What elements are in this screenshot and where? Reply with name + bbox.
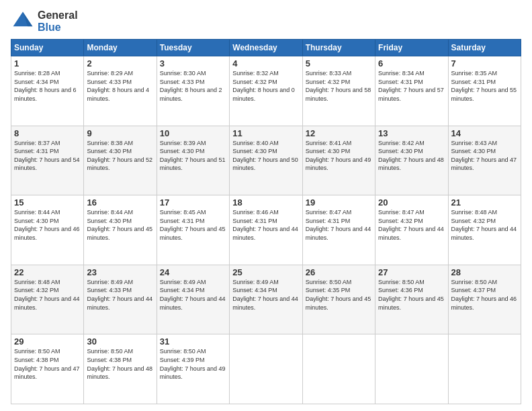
day-cell: 17 Sunrise: 8:45 AM Sunset: 4:31 PM Dayl… bbox=[157, 195, 229, 265]
day-number: 12 bbox=[306, 128, 372, 138]
day-info: Sunrise: 8:30 AM Sunset: 4:33 PM Dayligh… bbox=[160, 69, 226, 103]
week-row-3: 15 Sunrise: 8:44 AM Sunset: 4:30 PM Dayl… bbox=[11, 195, 521, 265]
day-cell: 28 Sunrise: 8:50 AM Sunset: 4:37 PM Dayl… bbox=[448, 265, 521, 334]
day-number: 17 bbox=[160, 197, 226, 208]
day-cell: 9 Sunrise: 8:38 AM Sunset: 4:30 PM Dayli… bbox=[84, 126, 157, 195]
day-number: 22 bbox=[14, 267, 81, 277]
day-info: Sunrise: 8:50 AM Sunset: 4:37 PM Dayligh… bbox=[451, 278, 518, 312]
day-cell: 6 Sunrise: 8:34 AM Sunset: 4:31 PM Dayli… bbox=[375, 56, 448, 126]
day-cell: 10 Sunrise: 8:39 AM Sunset: 4:30 PM Dayl… bbox=[157, 126, 229, 195]
day-number: 31 bbox=[160, 336, 226, 347]
header: General Blue bbox=[11, 9, 521, 34]
day-info: Sunrise: 8:47 AM Sunset: 4:32 PM Dayligh… bbox=[378, 208, 445, 242]
col-header-thursday: Thursday bbox=[302, 40, 375, 56]
day-info: Sunrise: 8:41 AM Sunset: 4:30 PM Dayligh… bbox=[306, 139, 372, 173]
day-info: Sunrise: 8:35 AM Sunset: 4:31 PM Dayligh… bbox=[451, 69, 518, 103]
day-cell: 16 Sunrise: 8:44 AM Sunset: 4:30 PM Dayl… bbox=[84, 195, 157, 265]
day-number: 24 bbox=[160, 267, 226, 277]
day-info: Sunrise: 8:39 AM Sunset: 4:30 PM Dayligh… bbox=[160, 139, 226, 173]
day-number: 20 bbox=[378, 197, 445, 208]
day-info: Sunrise: 8:48 AM Sunset: 4:32 PM Dayligh… bbox=[451, 208, 518, 242]
day-cell: 2 Sunrise: 8:29 AM Sunset: 4:33 PM Dayli… bbox=[84, 56, 157, 126]
day-info: Sunrise: 8:45 AM Sunset: 4:31 PM Dayligh… bbox=[160, 208, 226, 242]
day-cell bbox=[302, 334, 375, 404]
day-info: Sunrise: 8:37 AM Sunset: 4:31 PM Dayligh… bbox=[14, 139, 81, 173]
day-cell: 7 Sunrise: 8:35 AM Sunset: 4:31 PM Dayli… bbox=[448, 56, 521, 126]
day-number: 4 bbox=[232, 58, 299, 68]
day-cell: 24 Sunrise: 8:49 AM Sunset: 4:34 PM Dayl… bbox=[157, 265, 229, 334]
day-info: Sunrise: 8:44 AM Sunset: 4:30 PM Dayligh… bbox=[14, 208, 81, 242]
week-row-2: 8 Sunrise: 8:37 AM Sunset: 4:31 PM Dayli… bbox=[11, 126, 521, 195]
logo-text: General Blue bbox=[38, 9, 78, 33]
day-number: 10 bbox=[160, 128, 226, 138]
col-header-tuesday: Tuesday bbox=[157, 40, 229, 56]
day-cell: 15 Sunrise: 8:44 AM Sunset: 4:30 PM Dayl… bbox=[11, 195, 84, 265]
day-number: 18 bbox=[232, 197, 299, 208]
day-cell: 14 Sunrise: 8:43 AM Sunset: 4:30 PM Dayl… bbox=[448, 126, 521, 195]
calendar-table: SundayMondayTuesdayWednesdayThursdayFrid… bbox=[11, 39, 521, 404]
day-number: 14 bbox=[451, 128, 518, 138]
logo: General Blue bbox=[11, 9, 78, 34]
week-row-4: 22 Sunrise: 8:48 AM Sunset: 4:32 PM Dayl… bbox=[11, 265, 521, 334]
day-number: 28 bbox=[451, 267, 518, 277]
col-header-wednesday: Wednesday bbox=[230, 40, 302, 56]
week-row-1: 1 Sunrise: 8:28 AM Sunset: 4:34 PM Dayli… bbox=[11, 56, 521, 126]
day-number: 1 bbox=[14, 58, 81, 68]
day-info: Sunrise: 8:50 AM Sunset: 4:38 PM Dayligh… bbox=[87, 347, 153, 381]
day-number: 8 bbox=[14, 128, 81, 138]
day-number: 26 bbox=[306, 267, 372, 277]
day-number: 21 bbox=[451, 197, 518, 208]
day-info: Sunrise: 8:50 AM Sunset: 4:38 PM Dayligh… bbox=[14, 347, 81, 381]
day-cell: 26 Sunrise: 8:50 AM Sunset: 4:35 PM Dayl… bbox=[302, 265, 375, 334]
col-header-monday: Monday bbox=[84, 40, 157, 56]
day-number: 30 bbox=[87, 336, 153, 347]
logo-icon bbox=[11, 9, 35, 34]
day-cell: 12 Sunrise: 8:41 AM Sunset: 4:30 PM Dayl… bbox=[302, 126, 375, 195]
day-number: 16 bbox=[87, 197, 153, 208]
day-info: Sunrise: 8:50 AM Sunset: 4:35 PM Dayligh… bbox=[306, 278, 372, 312]
day-cell: 18 Sunrise: 8:46 AM Sunset: 4:31 PM Dayl… bbox=[230, 195, 302, 265]
day-info: Sunrise: 8:40 AM Sunset: 4:30 PM Dayligh… bbox=[232, 139, 299, 173]
col-header-sunday: Sunday bbox=[11, 40, 84, 56]
day-cell: 13 Sunrise: 8:42 AM Sunset: 4:30 PM Dayl… bbox=[375, 126, 448, 195]
day-number: 7 bbox=[451, 58, 518, 68]
page: General Blue SundayMondayTuesdayWednesda… bbox=[0, 0, 532, 411]
day-info: Sunrise: 8:28 AM Sunset: 4:34 PM Dayligh… bbox=[14, 69, 81, 103]
header-row: SundayMondayTuesdayWednesdayThursdayFrid… bbox=[11, 40, 521, 56]
day-cell bbox=[230, 334, 302, 404]
day-cell: 31 Sunrise: 8:50 AM Sunset: 4:39 PM Dayl… bbox=[157, 334, 229, 404]
day-number: 13 bbox=[378, 128, 445, 138]
day-number: 3 bbox=[160, 58, 226, 68]
day-cell: 20 Sunrise: 8:47 AM Sunset: 4:32 PM Dayl… bbox=[375, 195, 448, 265]
day-cell bbox=[448, 334, 521, 404]
day-cell: 30 Sunrise: 8:50 AM Sunset: 4:38 PM Dayl… bbox=[84, 334, 157, 404]
day-number: 6 bbox=[378, 58, 445, 68]
day-cell bbox=[375, 334, 448, 404]
day-cell: 29 Sunrise: 8:50 AM Sunset: 4:38 PM Dayl… bbox=[11, 334, 84, 404]
col-header-saturday: Saturday bbox=[448, 40, 521, 56]
day-info: Sunrise: 8:44 AM Sunset: 4:30 PM Dayligh… bbox=[87, 208, 153, 242]
day-info: Sunrise: 8:29 AM Sunset: 4:33 PM Dayligh… bbox=[87, 69, 153, 103]
day-cell: 23 Sunrise: 8:49 AM Sunset: 4:33 PM Dayl… bbox=[84, 265, 157, 334]
day-number: 15 bbox=[14, 197, 81, 208]
day-info: Sunrise: 8:42 AM Sunset: 4:30 PM Dayligh… bbox=[378, 139, 445, 173]
day-cell: 19 Sunrise: 8:47 AM Sunset: 4:31 PM Dayl… bbox=[302, 195, 375, 265]
day-number: 29 bbox=[14, 336, 81, 347]
day-info: Sunrise: 8:32 AM Sunset: 4:32 PM Dayligh… bbox=[232, 69, 299, 103]
day-info: Sunrise: 8:50 AM Sunset: 4:39 PM Dayligh… bbox=[160, 347, 226, 381]
day-cell: 3 Sunrise: 8:30 AM Sunset: 4:33 PM Dayli… bbox=[157, 56, 229, 126]
day-cell: 25 Sunrise: 8:49 AM Sunset: 4:34 PM Dayl… bbox=[230, 265, 302, 334]
day-info: Sunrise: 8:49 AM Sunset: 4:34 PM Dayligh… bbox=[232, 278, 299, 312]
day-number: 19 bbox=[306, 197, 372, 208]
day-cell: 5 Sunrise: 8:33 AM Sunset: 4:32 PM Dayli… bbox=[302, 56, 375, 126]
day-cell: 21 Sunrise: 8:48 AM Sunset: 4:32 PM Dayl… bbox=[448, 195, 521, 265]
day-number: 9 bbox=[87, 128, 153, 138]
day-number: 27 bbox=[378, 267, 445, 277]
day-number: 5 bbox=[306, 58, 372, 68]
day-info: Sunrise: 8:34 AM Sunset: 4:31 PM Dayligh… bbox=[378, 69, 445, 103]
day-info: Sunrise: 8:43 AM Sunset: 4:30 PM Dayligh… bbox=[451, 139, 518, 173]
day-info: Sunrise: 8:47 AM Sunset: 4:31 PM Dayligh… bbox=[306, 208, 372, 242]
day-info: Sunrise: 8:49 AM Sunset: 4:34 PM Dayligh… bbox=[160, 278, 226, 312]
day-cell: 22 Sunrise: 8:48 AM Sunset: 4:32 PM Dayl… bbox=[11, 265, 84, 334]
day-cell: 4 Sunrise: 8:32 AM Sunset: 4:32 PM Dayli… bbox=[230, 56, 302, 126]
